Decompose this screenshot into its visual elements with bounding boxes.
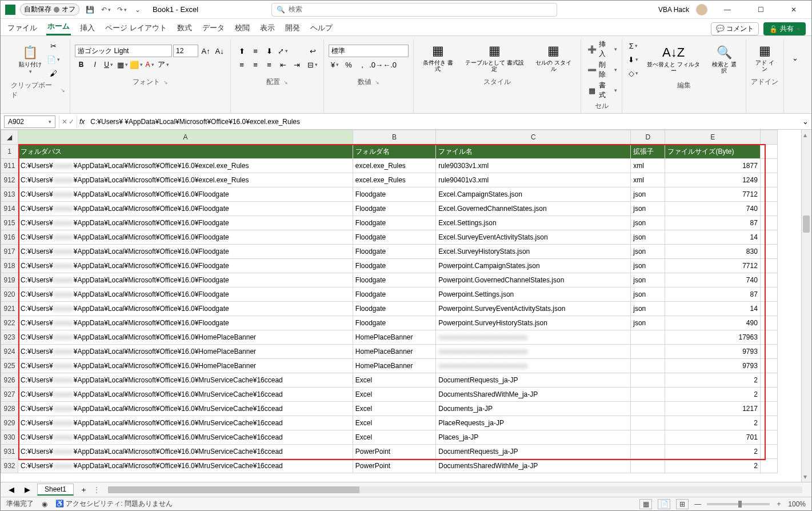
cell[interactable]: xxxxxxxxxxxxxxxxxxxxxxxxxx (436, 330, 631, 345)
align-left-icon[interactable]: ≡ (235, 58, 248, 71)
cell[interactable]: C:¥Users¥xxxxxx¥AppData¥Local¥Microsoft¥… (18, 430, 353, 445)
tab-pagelayout[interactable]: ページ レイアウト (104, 21, 168, 35)
cell[interactable] (631, 430, 665, 445)
horizontal-scrollbar[interactable] (108, 486, 802, 493)
cell[interactable]: HomePlaceBanner (353, 330, 435, 345)
row-header[interactable]: 925 (1, 359, 18, 373)
scroll-down-icon[interactable]: ▾ (803, 473, 807, 481)
cell[interactable] (631, 416, 665, 430)
find-select-button[interactable]: 🔍検索と 選択 (707, 44, 741, 75)
fx-icon[interactable]: fx (77, 118, 87, 126)
cell[interactable]: Excel.Settings.json (436, 216, 631, 230)
cell[interactable]: 87 (665, 288, 760, 302)
cell[interactable]: C:¥Users¥xxxxxx¥AppData¥Local¥Microsoft¥… (18, 288, 353, 302)
row-header[interactable]: 931 (1, 445, 18, 459)
redo-icon[interactable]: ↷▾ (116, 4, 127, 15)
cell[interactable]: 2 (665, 373, 760, 388)
cell[interactable]: Floodgate (353, 316, 435, 330)
sheet-tab[interactable]: Sheet1 (37, 484, 74, 496)
scroll-thumb[interactable] (803, 215, 810, 233)
cell[interactable] (631, 388, 665, 402)
cell[interactable]: PowerPoint (353, 445, 435, 459)
cell[interactable]: Floodgate (353, 202, 435, 216)
increase-decimal-icon[interactable]: .0→ (370, 58, 382, 71)
cell[interactable]: C:¥Users¥xxxxxx¥AppData¥Local¥Microsoft¥… (18, 159, 353, 173)
search-input[interactable]: 🔍 検索 (271, 3, 557, 17)
increase-font-icon[interactable]: A↑ (199, 45, 212, 57)
cell[interactable]: 740 (665, 273, 760, 288)
cell[interactable]: 7712 (665, 187, 760, 202)
cell[interactable] (631, 373, 665, 388)
cell[interactable]: Excel (353, 416, 435, 430)
cell[interactable]: C:¥Users¥xxxxxx¥AppData¥Local¥Microsoft¥… (18, 316, 353, 330)
cell[interactable]: C:¥Users¥xxxxxx¥AppData¥Local¥Microsoft¥… (18, 373, 353, 388)
row-header[interactable]: 927 (1, 388, 18, 402)
cell[interactable]: C:¥Users¥xxxxxx¥AppData¥Local¥Microsoft¥… (18, 273, 353, 288)
cell[interactable]: 2 (665, 416, 760, 430)
cell[interactable]: 2 (665, 445, 760, 459)
dialog-launcher-icon[interactable]: ↘ (163, 79, 168, 85)
cell[interactable]: 9793 (665, 359, 760, 373)
clear-icon[interactable]: ◇▾ (627, 67, 639, 79)
cell[interactable]: C:¥Users¥xxxxxx¥AppData¥Local¥Microsoft¥… (18, 302, 353, 316)
cell[interactable]: C:¥Users¥xxxxxx¥AppData¥Local¥Microsoft¥… (18, 330, 353, 345)
collapse-ribbon-icon[interactable]: ⌄ (789, 51, 801, 64)
cell[interactable]: json (631, 302, 665, 316)
col-header-E[interactable]: E (665, 130, 760, 145)
tab-file[interactable]: ファイル (6, 21, 38, 35)
normal-view-icon[interactable]: ▦ (639, 499, 652, 509)
orientation-icon[interactable]: ⤢▾ (277, 45, 289, 57)
cell[interactable]: Powerpoint.GovernedChannelStates.json (436, 273, 631, 288)
comments-button[interactable]: 💬 コメント (711, 22, 759, 35)
cell[interactable]: Floodgate (353, 216, 435, 230)
enter-formula-icon[interactable]: ✓ (69, 118, 74, 126)
cell[interactable]: json (631, 202, 665, 216)
cell[interactable]: 830 (665, 245, 760, 259)
cell[interactable]: Documents_ja-JP (436, 402, 631, 416)
decrease-decimal-icon[interactable]: ←.0 (383, 58, 396, 71)
cell[interactable]: 9793 (665, 345, 760, 359)
row-header[interactable]: 923 (1, 330, 18, 345)
cell[interactable]: Powerpoint.SurveyHistoryStats.json (436, 316, 631, 330)
cell[interactable]: Powerpoint.SurveyEventActivityStats.json (436, 302, 631, 316)
tab-developer[interactable]: 開発 (284, 21, 301, 35)
cut-icon[interactable]: ✂ (47, 39, 60, 52)
name-box[interactable]: A902▾ (4, 115, 55, 128)
cell[interactable]: C:¥Users¥xxxxxx¥AppData¥Local¥Microsoft¥… (18, 345, 353, 359)
sheet-nav-last-icon[interactable]: ▶ (21, 484, 34, 496)
row-header[interactable]: 930 (1, 430, 18, 445)
row-header[interactable]: 917 (1, 245, 18, 259)
dialog-launcher-icon[interactable]: ↘ (375, 79, 379, 85)
row-header[interactable]: 929 (1, 416, 18, 430)
page-break-view-icon[interactable]: ⊞ (676, 499, 689, 509)
cell[interactable]: 1249 (665, 173, 760, 187)
tab-data[interactable]: データ (201, 21, 226, 35)
cell[interactable]: xxxxxxxxxxxxxxxxxxxxxxxxxx (436, 359, 631, 373)
cell[interactable]: Excel.SurveyEventActivityStats.json (436, 230, 631, 245)
cell[interactable]: 1877 (665, 159, 760, 173)
tab-insert[interactable]: 挿入 (79, 21, 96, 35)
number-format-input[interactable] (329, 45, 409, 57)
zoom-level[interactable]: 100% (788, 500, 806, 508)
cell[interactable]: C:¥Users¥xxxxxx¥AppData¥Local¥Microsoft¥… (18, 359, 353, 373)
cell[interactable]: 490 (665, 316, 760, 330)
cell[interactable]: C:¥Users¥xxxxxx¥AppData¥Local¥Microsoft¥… (18, 388, 353, 402)
italic-icon[interactable]: I (89, 58, 101, 71)
cell[interactable]: json (631, 216, 665, 230)
format-cells-button[interactable]: ▦書式▾ (586, 81, 617, 100)
addins-button[interactable]: ▦アド イン (751, 42, 779, 73)
align-middle-icon[interactable]: ≡ (249, 45, 262, 57)
cell[interactable]: C:¥Users¥xxxxxx¥AppData¥Local¥Microsoft¥… (18, 402, 353, 416)
cell[interactable]: C:¥Users¥xxxxxx¥AppData¥Local¥Microsoft¥… (18, 173, 353, 187)
share-button[interactable]: 🔓 共有 ▾ (763, 22, 806, 35)
wrap-text-icon[interactable]: ↩ (306, 45, 319, 57)
cell[interactable]: json (631, 230, 665, 245)
formula-input[interactable]: C:¥Users¥ ¥AppData¥Local¥Microsoft¥Offic… (87, 118, 799, 126)
cell[interactable]: C:¥Users¥xxxxxx¥AppData¥Local¥Microsoft¥… (18, 445, 353, 459)
cell[interactable]: xml (631, 173, 665, 187)
undo-icon[interactable]: ↶▾ (100, 4, 111, 15)
row-header[interactable]: 928 (1, 402, 18, 416)
cell[interactable]: C:¥Users¥xxxxxx¥AppData¥Local¥Microsoft¥… (18, 216, 353, 230)
align-right-icon[interactable]: ≡ (263, 58, 275, 71)
fill-icon[interactable]: ⬇▾ (627, 53, 639, 66)
